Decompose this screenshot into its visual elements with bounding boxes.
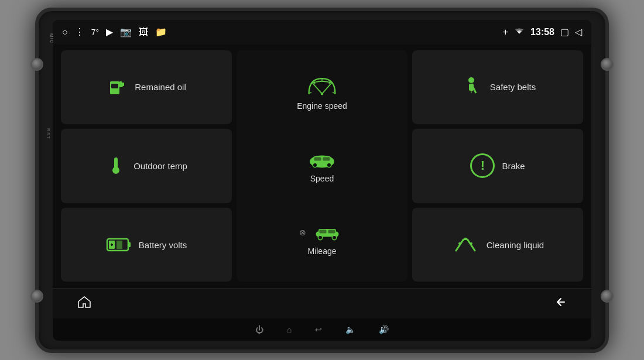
svg-point-4 [121, 85, 123, 87]
mileage-icon-row: ⊗ [299, 221, 345, 244]
center-tile[interactable]: Engine speed [237, 50, 407, 282]
mileage-section: ⊗ [299, 221, 345, 256]
sys-home-button[interactable]: ⌂ [287, 325, 292, 334]
cleaning-liquid-tile[interactable]: Cleaning liquid [412, 208, 583, 282]
svg-point-16 [327, 163, 331, 168]
brake-tile[interactable]: ! Brake [412, 129, 583, 203]
bluetooth-icon: + [503, 28, 508, 37]
wifi-icon [514, 27, 525, 37]
bottom-nav [53, 288, 591, 318]
file-icon[interactable]: 📁 [155, 28, 167, 37]
square-icon[interactable]: ▢ [560, 28, 569, 37]
safety-belts-tile[interactable]: Safety belts [412, 50, 583, 125]
svg-rect-3 [111, 84, 118, 88]
status-bar: ○ ⋮ 7° ▶ 📷 🖼 📁 + 13:58 ▢ [53, 20, 591, 44]
main-content: Remained oil [53, 44, 591, 288]
back-arrow-icon[interactable]: ◁ [575, 28, 582, 37]
svg-point-15 [313, 163, 317, 168]
screw-top-right [601, 58, 614, 71]
vol-down-button[interactable]: 🔈 [345, 325, 355, 334]
svg-point-26 [468, 77, 474, 83]
cleaning-liquid-label: Cleaning liquid [487, 240, 544, 250]
brake-icon: ! [470, 153, 495, 178]
svg-rect-24 [320, 230, 327, 234]
brake-label: Brake [502, 161, 525, 171]
svg-point-21 [318, 236, 323, 241]
svg-rect-36 [117, 241, 122, 249]
fuel-icon [107, 77, 128, 98]
outdoor-temp-tile[interactable]: Outdoor temp [61, 129, 232, 203]
speed-label: Speed [310, 174, 334, 183]
menu-dots-icon: ⋮ [75, 28, 84, 37]
mic-label: MIC [49, 33, 54, 44]
svg-point-41 [458, 242, 461, 245]
cleaning-icon [451, 234, 479, 255]
screw-bottom-right [601, 290, 614, 303]
system-bar: ⏻ ⌂ ↩ 🔈 🔊 [53, 318, 591, 341]
youtube-icon[interactable]: ▶ [106, 28, 113, 37]
svg-point-22 [332, 236, 337, 241]
battery-volts-tile[interactable]: Battery volts [61, 208, 232, 282]
safety-belts-label: Safety belts [490, 82, 536, 92]
svg-point-12 [321, 92, 324, 95]
svg-point-42 [464, 238, 467, 240]
speed-section: Speed [304, 148, 340, 183]
battery-icon [106, 236, 132, 253]
rst-label: RST [46, 128, 51, 139]
remained-oil-tile[interactable]: Remained oil [61, 50, 232, 125]
engine-speed-icon [304, 76, 340, 99]
screw-top-left [30, 58, 43, 71]
screw-bottom-left [30, 290, 43, 303]
warning-circle-icon: ⊗ [299, 228, 306, 237]
vol-up-button[interactable]: 🔊 [379, 325, 389, 334]
status-left-icons: ○ ⋮ 7° ▶ 📷 🖼 📁 [62, 28, 496, 37]
seatbelt-icon [460, 76, 483, 99]
battery-volts-label: Battery volts [139, 240, 187, 250]
engine-speed-section: Engine speed [297, 76, 347, 111]
engine-speed-label: Engine speed [297, 101, 347, 111]
time-display: 13:58 [530, 27, 554, 37]
svg-rect-25 [328, 230, 335, 234]
back-button[interactable] [546, 292, 574, 315]
speed-car-icon [304, 148, 340, 172]
mileage-car-icon [310, 221, 345, 244]
svg-rect-32 [115, 164, 117, 172]
outdoor-temp-label: Outdoor temp [133, 161, 187, 171]
car-unit: MIC RST ○ ⋮ 7° ▶ 📷 🖼 📁 + [35, 8, 609, 353]
svg-rect-19 [323, 157, 330, 161]
circle-icon: ○ [62, 28, 68, 37]
power-button[interactable]: ⏻ [255, 325, 263, 334]
svg-line-10 [312, 83, 322, 94]
home-button[interactable] [70, 292, 98, 315]
remained-oil-label: Remained oil [135, 82, 186, 92]
brake-exclamation: ! [481, 158, 485, 173]
dashboard-grid: Remained oil [61, 50, 583, 282]
sys-back-button[interactable]: ↩ [315, 325, 322, 334]
photo-icon[interactable]: 🖼 [139, 28, 148, 37]
thermometer-icon [105, 155, 126, 176]
svg-line-40 [468, 240, 475, 251]
svg-point-43 [470, 242, 472, 245]
svg-line-39 [456, 240, 463, 251]
svg-rect-18 [314, 157, 321, 161]
svg-line-11 [322, 83, 332, 94]
temperature-display: 7° [91, 28, 99, 37]
camera-icon[interactable]: 📷 [120, 28, 132, 37]
svg-rect-34 [128, 242, 131, 247]
mileage-label: Mileage [307, 246, 336, 256]
status-right-icons: + 13:58 ▢ ◁ [503, 27, 582, 37]
screen: ○ ⋮ 7° ▶ 📷 🖼 📁 + 13:58 ▢ [53, 20, 591, 341]
